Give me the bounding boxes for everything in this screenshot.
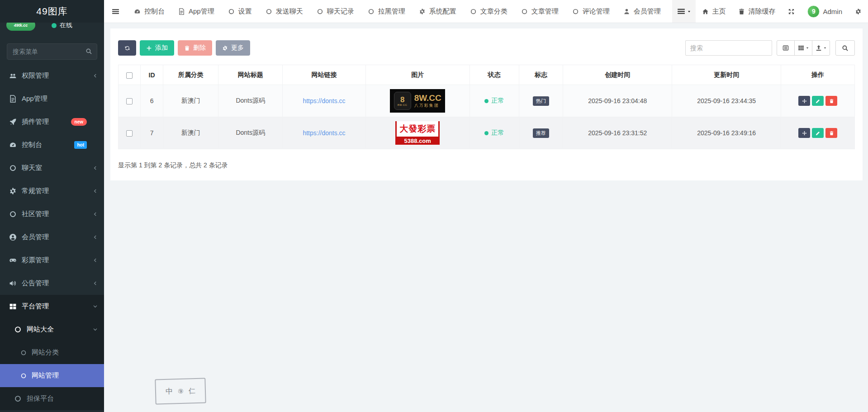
cell-updated: 2025-09-16 23:49:16	[672, 117, 781, 149]
col-header-category: 所属分类	[163, 65, 218, 85]
sidebar-item-website-collection[interactable]: 网站大全	[0, 318, 104, 341]
nav-item-system-config[interactable]: 系统配置	[412, 0, 463, 23]
home-icon	[702, 8, 709, 15]
sidebar-menu-search	[7, 43, 97, 60]
cell-created: 2025-09-16 23:31:52	[563, 117, 672, 149]
nav-list-dropdown-button[interactable]	[672, 0, 696, 23]
search-icon	[842, 45, 849, 52]
banner-emblem: 8 8W.CC	[394, 92, 411, 110]
sidebar-item-chatroom[interactable]: 聊天室	[0, 156, 104, 180]
table-row: 7 新澳门 Donts源码 https://donts.cc 大發彩票 5388…	[119, 117, 855, 149]
nav-item-chat-history[interactable]: 聊天记录	[310, 0, 361, 23]
drag-sort-button[interactable]	[798, 128, 810, 138]
col-header-title: 网站标题	[218, 65, 283, 85]
cell-category: 新澳门	[163, 117, 218, 149]
sidebar-item-general[interactable]: 常规管理	[0, 180, 104, 203]
select-all-cell	[119, 65, 141, 85]
gear-icon	[419, 8, 426, 15]
add-button[interactable]: 添加	[140, 40, 174, 56]
top-nav-items: 控制台 App管理 设置 发送聊天 聊天记录 拉黑管理 系统配置 文章分类	[127, 0, 668, 23]
home-button[interactable]: 主页	[696, 0, 732, 23]
file-icon	[9, 95, 17, 103]
fullscreen-button[interactable]	[782, 0, 801, 23]
circle-icon	[521, 8, 528, 15]
detail-view-button[interactable]	[777, 40, 795, 56]
sidebar-item-permissions[interactable]: 权限管理	[0, 64, 104, 87]
sidebar-item-community[interactable]: 社区管理	[0, 203, 104, 226]
trash-icon	[829, 99, 834, 104]
bars-icon	[677, 7, 685, 15]
row-delete-button[interactable]	[825, 128, 837, 138]
gears-icon	[9, 187, 17, 195]
nav-item-send-chat[interactable]: 发送聊天	[259, 0, 310, 23]
col-header-updated: 更新时间	[672, 65, 781, 85]
move-icon	[802, 131, 807, 136]
edit-button[interactable]	[812, 96, 824, 106]
sidebar-toggle-button[interactable]	[104, 0, 127, 23]
flag-badge: 推荐	[533, 128, 549, 138]
nav-item-article-manage[interactable]: 文章管理	[514, 0, 565, 23]
menu-search-input[interactable]	[7, 43, 97, 60]
sidebar-item-plugins[interactable]: 插件管理 new	[0, 110, 104, 133]
row-actions	[798, 96, 837, 106]
table-header-row: ID 所属分类 网站标题 网站链接 图片 状态 标志 创建时间 更新时间 操作	[119, 65, 855, 85]
user-panel: 49tk.cc 在线	[0, 23, 104, 36]
columns-toggle-button[interactable]	[794, 40, 812, 56]
status-badge: 正常	[484, 97, 504, 105]
export-button[interactable]	[812, 40, 830, 56]
drag-sort-button[interactable]	[798, 96, 810, 106]
nav-item-console[interactable]: 控制台	[127, 0, 171, 23]
nav-item-settings[interactable]: 设置	[221, 0, 259, 23]
export-icon	[816, 45, 822, 51]
delete-button[interactable]: 删除	[178, 40, 212, 56]
circle-icon	[14, 326, 22, 333]
username: Admin	[823, 8, 842, 15]
trash-icon	[184, 45, 190, 51]
sidebar-item-announcements[interactable]: 公告管理	[0, 272, 104, 295]
row-delete-button[interactable]	[825, 96, 837, 106]
user-menu[interactable]: 9 Admin	[801, 0, 849, 23]
sidebar-item-lottery[interactable]: 彩票管理	[0, 249, 104, 272]
toolbar-right	[685, 40, 855, 56]
new-badge: new	[71, 118, 87, 126]
brand-title: 49图库	[0, 0, 104, 23]
settings-menu-button[interactable]	[849, 0, 868, 23]
gamepad-icon	[9, 256, 17, 264]
table-row: 6 新澳门 Donts源码 https://donts.cc 8 8W.CC 8…	[119, 85, 855, 117]
website-link[interactable]: https://donts.cc	[303, 129, 345, 137]
nav-item-app[interactable]: App管理	[171, 0, 221, 23]
sidebar-item-members[interactable]: 会员管理	[0, 226, 104, 249]
hot-badge: hot	[74, 141, 87, 149]
status-dot-icon	[484, 131, 489, 135]
more-button[interactable]: 更多	[216, 40, 250, 56]
nav-item-article-category[interactable]: 文章分类	[463, 0, 514, 23]
site-banner-image: 大發彩票 5388.com	[395, 121, 440, 145]
website-link[interactable]: https://donts.cc	[303, 97, 345, 104]
rocket-icon	[9, 118, 17, 126]
sidebar-item-guarantee[interactable]: 担保平台	[0, 387, 104, 410]
user-circle-icon	[9, 233, 17, 241]
nav-item-member-manage[interactable]: 会员管理	[617, 0, 668, 23]
sidebar-item-website-category[interactable]: 网站分类	[0, 341, 104, 364]
search-submit-button[interactable]	[835, 40, 855, 56]
circle-icon	[20, 350, 27, 356]
select-all-checkbox[interactable]	[126, 72, 133, 79]
nav-item-blacklist[interactable]: 拉黑管理	[361, 0, 412, 23]
nav-item-comment-manage[interactable]: 评论管理	[565, 0, 617, 23]
flag-badge: 热门	[533, 96, 549, 106]
edit-button[interactable]	[812, 128, 824, 138]
row-checkbox[interactable]	[126, 98, 133, 104]
chevron-left-icon	[93, 189, 98, 194]
table-search-input[interactable]	[685, 40, 772, 56]
main-content: 添加 删除 更多	[104, 23, 868, 412]
pagination-summary: 显示第 1 到第 2 条记录，总共 2 条记录	[118, 161, 855, 170]
clear-cache-button[interactable]: 清除缓存	[732, 0, 782, 23]
sidebar-item-website-manage[interactable]: 网站管理	[0, 364, 104, 387]
sidebar-item-app[interactable]: App管理	[0, 87, 104, 110]
row-checkbox[interactable]	[126, 130, 133, 137]
col-header-status: 状态	[470, 65, 519, 85]
refresh-button[interactable]	[118, 40, 136, 56]
sidebar-item-platform[interactable]: 平台管理	[0, 295, 104, 318]
navbar-right: 主页 清除缓存 9 Admin	[672, 0, 868, 23]
sidebar-item-console[interactable]: 控制台 hot	[0, 133, 104, 156]
